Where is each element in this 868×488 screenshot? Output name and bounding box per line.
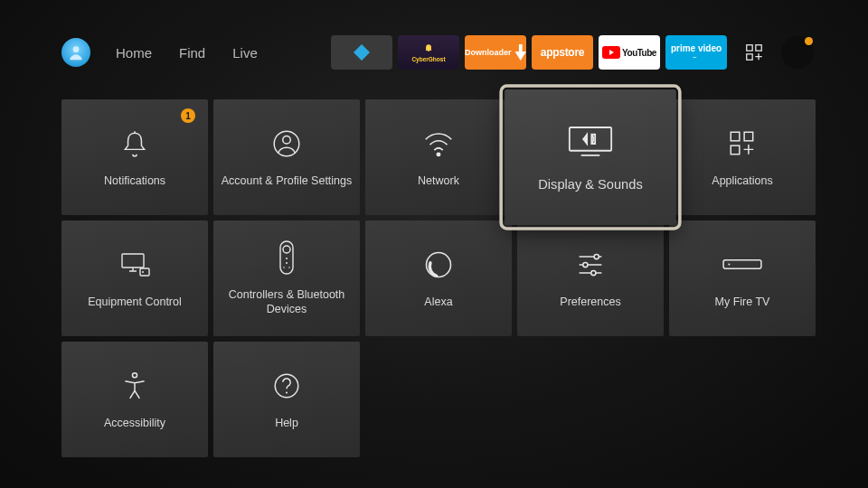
nav-tab-live[interactable]: Live: [232, 45, 258, 61]
help-icon: [271, 368, 302, 404]
app-tile-youtube[interactable]: YouTube: [599, 35, 660, 70]
svg-point-6: [437, 153, 439, 155]
tile-equipment[interactable]: Equipment Control: [61, 221, 208, 336]
tile-display-sounds[interactable]: Display & Sounds: [505, 89, 676, 225]
firetv-icon: [722, 247, 763, 283]
svg-point-26: [132, 373, 137, 378]
apps-grid-button[interactable]: [738, 36, 770, 69]
tile-label: Display & Sounds: [530, 177, 651, 193]
profile-avatar[interactable]: [61, 38, 90, 67]
svg-point-23: [591, 271, 596, 276]
tile-label: My Fire TV: [708, 296, 778, 310]
svg-rect-1: [747, 45, 752, 51]
tile-label: Alexa: [417, 296, 459, 310]
svg-point-19: [288, 267, 290, 269]
accessibility-icon: [119, 368, 150, 404]
tile-controllers[interactable]: Controllers & Bluetooth Devices: [213, 221, 360, 336]
svg-point-15: [283, 246, 290, 253]
sliders-icon: [574, 247, 607, 283]
tile-notifications[interactable]: 1 Notifications: [61, 99, 208, 215]
svg-rect-3: [747, 54, 752, 60]
settings-badge-icon: [805, 37, 813, 45]
svg-rect-7: [570, 127, 611, 151]
svg-rect-8: [731, 132, 740, 141]
svg-point-5: [283, 136, 291, 145]
remote-icon: [278, 239, 296, 276]
tile-myfiretv[interactable]: My Fire TV: [669, 221, 816, 336]
tile-label: Accessibility: [97, 417, 173, 431]
svg-point-27: [275, 374, 298, 398]
svg-rect-11: [122, 254, 144, 267]
svg-rect-10: [731, 145, 740, 155]
svg-point-28: [286, 392, 288, 394]
tile-label: Controllers & Bluetooth Devices: [213, 288, 360, 316]
apps-icon: [727, 126, 758, 162]
tile-network[interactable]: Network: [365, 99, 512, 215]
tile-label: Help: [268, 417, 306, 431]
tile-accessibility[interactable]: Accessibility: [61, 342, 208, 457]
tile-applications[interactable]: Applications: [669, 99, 816, 215]
notifications-badge: 1: [181, 108, 195, 123]
svg-point-21: [594, 255, 599, 259]
tile-alexa[interactable]: Alexa: [365, 221, 512, 336]
svg-point-22: [583, 263, 588, 267]
svg-rect-9: [744, 132, 753, 141]
tile-label: Account & Profile Settings: [214, 174, 360, 189]
profile-icon: [271, 126, 302, 162]
display-icon: [567, 120, 613, 163]
app-tile-cyberghost[interactable]: CyberGhost: [398, 35, 459, 70]
tile-label: Notifications: [97, 174, 173, 189]
app-tile-downloader[interactable]: Downloader: [465, 35, 526, 70]
equipment-icon: [117, 247, 153, 283]
tile-account[interactable]: Account & Profile Settings: [213, 99, 360, 215]
svg-rect-12: [140, 268, 149, 276]
app-tile-primevideo[interactable]: prime video⌣: [665, 35, 727, 70]
svg-point-18: [283, 267, 285, 269]
settings-grid: 1 Notifications Account & Profile Settin…: [61, 99, 816, 457]
wifi-icon: [421, 126, 456, 162]
settings-button[interactable]: [781, 36, 814, 69]
top-nav: Home Find Live CyberGhost Downloader app…: [61, 33, 814, 72]
alexa-icon: [422, 247, 455, 283]
nav-tab-find[interactable]: Find: [179, 45, 205, 61]
nav-tab-home[interactable]: Home: [116, 45, 152, 61]
svg-point-16: [286, 258, 288, 259]
app-tile-kodi[interactable]: [331, 35, 392, 70]
app-tile-appstore[interactable]: appstore: [532, 35, 593, 70]
tile-help[interactable]: Help: [213, 342, 360, 457]
svg-point-25: [728, 264, 730, 266]
tile-label: Preferences: [552, 296, 627, 310]
nav-tabs: Home Find Live: [116, 45, 258, 61]
svg-rect-2: [756, 45, 761, 51]
bell-icon: [119, 126, 150, 162]
nav-app-row: CyberGhost Downloader appstore YouTube p…: [331, 35, 814, 70]
tile-label: Equipment Control: [80, 296, 189, 310]
tile-preferences[interactable]: Preferences: [517, 221, 664, 336]
svg-point-0: [73, 46, 80, 52]
tile-label: Network: [410, 174, 467, 189]
tile-label: Applications: [704, 174, 779, 189]
svg-point-17: [286, 262, 288, 264]
svg-point-13: [142, 271, 144, 273]
